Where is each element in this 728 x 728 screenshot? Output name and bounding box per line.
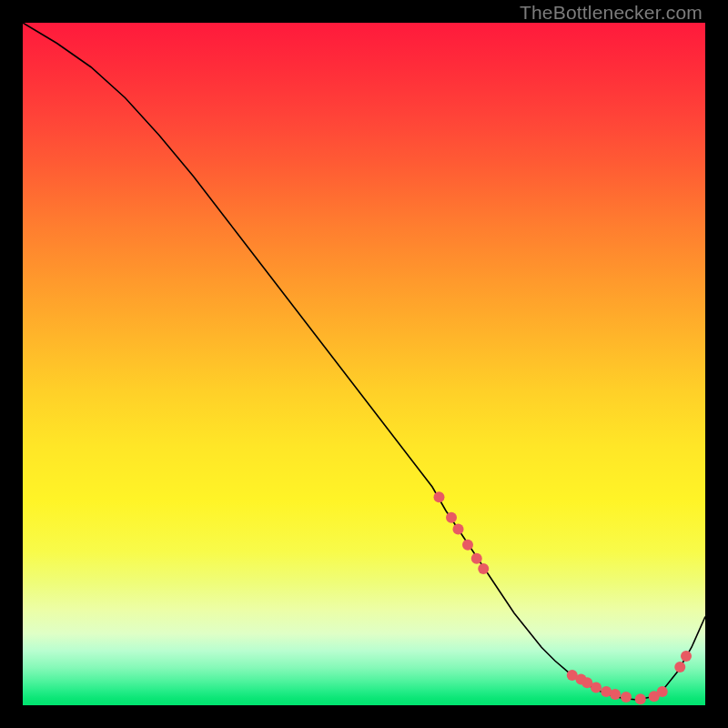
watermark-text: TheBottlenecker.com xyxy=(520,2,703,24)
data-point-marker xyxy=(446,512,457,523)
data-point-marker xyxy=(635,693,646,704)
data-point-marker xyxy=(478,563,489,574)
chart-frame: TheBottlenecker.com xyxy=(0,0,728,728)
data-point-marker xyxy=(591,682,602,693)
data-point-marker xyxy=(462,540,473,551)
plot-area xyxy=(23,23,705,705)
data-point-marker xyxy=(621,692,632,703)
bottleneck-curve xyxy=(23,23,705,700)
data-point-marker xyxy=(657,686,668,697)
data-point-marker xyxy=(434,491,445,502)
data-point-marker xyxy=(674,662,685,672)
curve-markers xyxy=(434,491,693,704)
data-point-marker xyxy=(453,524,464,535)
data-point-marker xyxy=(610,689,621,700)
curve-layer xyxy=(23,23,705,705)
data-point-marker xyxy=(681,651,692,662)
data-point-marker xyxy=(471,553,482,564)
